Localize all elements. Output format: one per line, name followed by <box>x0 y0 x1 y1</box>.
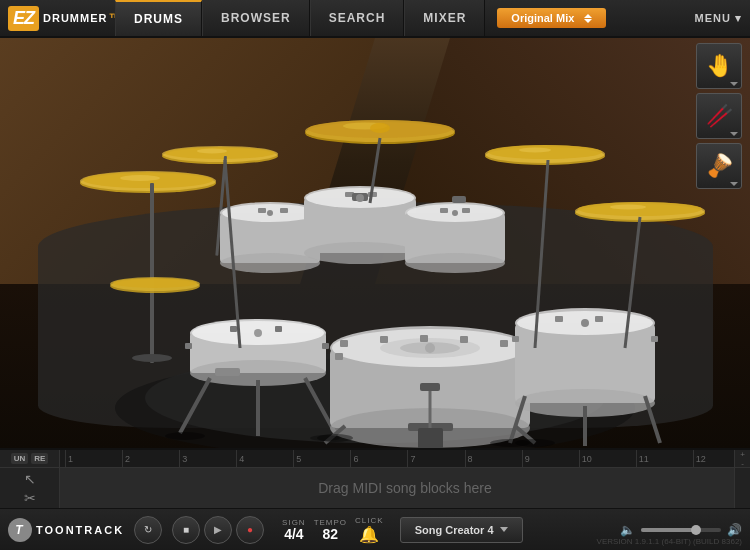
tab-drums[interactable]: DRUMS <box>115 0 202 36</box>
panel-chevron-3 <box>730 182 738 186</box>
svg-point-99 <box>254 329 262 337</box>
tab-search[interactable]: SEARCH <box>310 0 405 36</box>
volume-low-icon: 🔈 <box>620 523 635 537</box>
toontrack-logo: T TOONTRACK <box>8 518 124 542</box>
ruler-3: 3 <box>179 450 236 467</box>
ruler-5: 5 <box>293 450 350 467</box>
tambourine-icon: 🪘 <box>706 153 733 179</box>
click-label: CLICK <box>355 516 384 525</box>
tempo-value[interactable]: 82 <box>323 527 339 541</box>
volume-slider-area: 🔈 🔊 <box>620 523 742 537</box>
svg-point-34 <box>304 242 416 264</box>
track-content[interactable]: Drag MIDI song blocks here <box>60 468 750 508</box>
track-controls: ↖ ✂ <box>0 468 60 508</box>
hand-icon: 🤚 <box>706 53 733 79</box>
redo-label[interactable]: RE <box>31 453 48 464</box>
refresh-icon: ↻ <box>144 524 152 535</box>
svg-point-17 <box>370 123 390 133</box>
svg-point-25 <box>610 205 646 210</box>
svg-rect-52 <box>322 343 329 349</box>
ez-logo: EZ DRUMMER ™2 <box>0 6 110 31</box>
svg-point-98 <box>452 210 458 216</box>
volume-track[interactable] <box>641 528 721 532</box>
panel-chevron-2 <box>730 132 738 136</box>
refresh-button[interactable]: ↻ <box>134 516 162 544</box>
sign-value[interactable]: 4/4 <box>284 527 303 541</box>
toontrack-label: TOONTRACK <box>36 524 124 536</box>
svg-point-21 <box>519 148 551 153</box>
zoom-in-btn[interactable]: + <box>740 450 745 459</box>
svg-point-24 <box>578 202 702 216</box>
svg-rect-72 <box>418 428 443 448</box>
svg-point-101 <box>581 319 589 327</box>
stop-icon: ■ <box>183 524 189 535</box>
ruler-bar: UN RE 1 2 3 4 5 6 7 8 9 10 11 12 + - <box>0 450 750 468</box>
svg-point-89 <box>113 278 197 288</box>
hand-icon-panel[interactable]: 🤚 <box>696 43 742 89</box>
mix-arrows-icon <box>584 14 592 23</box>
ruler-10: 10 <box>579 450 636 467</box>
svg-point-96 <box>267 210 273 216</box>
svg-rect-51 <box>185 343 192 349</box>
svg-rect-84 <box>595 316 603 322</box>
scissors-tool-icon[interactable]: ✂ <box>24 490 36 506</box>
logo-drummer-text: DRUMMER <box>43 12 107 24</box>
drag-midi-text: Drag MIDI song blocks here <box>318 480 492 496</box>
drum-kit-svg <box>0 38 750 448</box>
stick-icon-panel[interactable]: 🥢 <box>696 93 742 139</box>
svg-rect-62 <box>340 340 348 347</box>
zoom-out-btn[interactable]: - <box>741 459 744 468</box>
svg-rect-48 <box>215 368 240 376</box>
tempo-group: TEMPO 82 <box>314 518 347 541</box>
svg-point-11 <box>197 149 227 154</box>
svg-rect-43 <box>462 208 470 213</box>
svg-rect-30 <box>258 208 266 213</box>
svg-rect-63 <box>380 336 388 343</box>
sign-tempo-click: SIGN 4/4 TEMPO 82 CLICK 🔔 <box>282 516 384 544</box>
song-creator-label: Song Creator 4 <box>415 524 494 536</box>
tab-mixer[interactable]: MIXER <box>404 0 485 36</box>
svg-point-104 <box>310 435 340 441</box>
undo-label[interactable]: UN <box>11 453 29 464</box>
toontrack-circle-icon: T <box>8 518 32 542</box>
play-button[interactable]: ▶ <box>204 516 232 544</box>
ruler-6: 6 <box>350 450 407 467</box>
svg-point-7 <box>132 354 172 362</box>
svg-rect-83 <box>555 316 563 322</box>
top-bar: EZ DRUMMER ™2 DRUMS BROWSER SEARCH MIXER… <box>0 0 750 38</box>
svg-point-97 <box>356 194 364 202</box>
song-creator-button[interactable]: Song Creator 4 <box>400 517 523 543</box>
track-row: ↖ ✂ Drag MIDI song blocks here <box>0 468 750 508</box>
logo-ez-text: EZ <box>8 6 39 31</box>
scrollbar[interactable] <box>734 468 750 508</box>
svg-rect-66 <box>500 340 508 347</box>
svg-rect-31 <box>280 208 288 213</box>
volume-thumb[interactable] <box>691 525 701 535</box>
volume-fill <box>641 528 693 532</box>
panel-chevron-1 <box>730 82 738 86</box>
svg-point-20 <box>488 145 602 159</box>
click-group: CLICK 🔔 <box>355 516 384 544</box>
ruler-9: 9 <box>522 450 579 467</box>
ruler-2: 2 <box>122 450 179 467</box>
svg-rect-86 <box>651 336 658 342</box>
volume-high-icon: 🔊 <box>727 523 742 537</box>
right-panel: 🤚 🥢 🪘 <box>696 43 742 189</box>
stop-button[interactable]: ■ <box>172 516 200 544</box>
menu-button[interactable]: MENU ▾ <box>695 12 742 25</box>
record-icon: ● <box>247 524 253 535</box>
nav-tabs: DRUMS BROWSER SEARCH MIXER <box>115 0 485 36</box>
version-text: VERSION 1.9.1.1 (64-BIT) (BUILD 8362) <box>597 537 742 546</box>
drumstick-icon: 🥢 <box>706 103 733 129</box>
svg-rect-75 <box>420 383 440 391</box>
tambourine-icon-panel[interactable]: 🪘 <box>696 143 742 189</box>
svg-rect-85 <box>512 336 519 342</box>
original-mix-label: Original Mix <box>511 12 574 24</box>
record-button[interactable]: ● <box>236 516 264 544</box>
metronome-icon[interactable]: 🔔 <box>359 525 379 544</box>
svg-rect-42 <box>440 208 448 213</box>
original-mix-button[interactable]: Original Mix <box>497 8 606 28</box>
tab-browser[interactable]: BROWSER <box>202 0 310 36</box>
cursor-tool-icon[interactable]: ↖ <box>24 471 36 487</box>
ruler-1: 1 <box>65 450 122 467</box>
